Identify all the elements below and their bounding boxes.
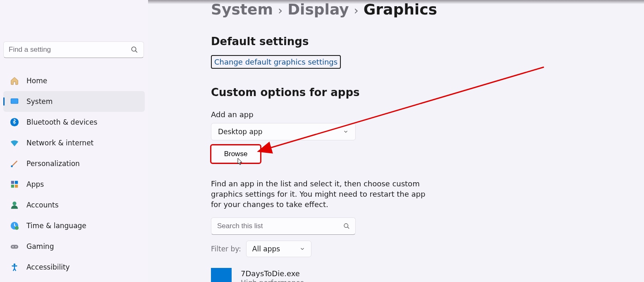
section-default-settings: Default settings xyxy=(211,35,644,48)
change-default-graphics-link[interactable]: Change default graphics settings xyxy=(211,55,341,69)
app-tile-icon xyxy=(211,268,232,282)
search-icon xyxy=(343,223,350,229)
chevron-right-icon: › xyxy=(278,4,282,17)
svg-point-5 xyxy=(11,165,13,167)
chevron-right-icon: › xyxy=(354,4,359,17)
browse-button[interactable]: Browse xyxy=(211,145,261,163)
apps-icon xyxy=(10,180,19,189)
breadcrumb: System › Display › Graphics xyxy=(211,0,644,18)
bluetooth-icon xyxy=(10,118,19,127)
section-custom-options: Custom options for apps xyxy=(211,86,644,99)
filter-select[interactable]: All apps xyxy=(246,241,311,257)
wifi-icon xyxy=(10,138,19,147)
sidebar-item-label: Bluetooth & devices xyxy=(26,118,97,126)
svg-rect-13 xyxy=(11,245,18,248)
sidebar-item-label: Home xyxy=(26,77,47,85)
custom-options-help-text: Find an app in the list and select it, t… xyxy=(211,178,430,210)
svg-point-10 xyxy=(12,202,16,205)
svg-rect-8 xyxy=(11,185,14,188)
sidebar-item-personalization[interactable]: Personalization xyxy=(3,153,145,174)
settings-search-input[interactable] xyxy=(3,41,144,58)
home-icon xyxy=(10,76,19,85)
svg-rect-3 xyxy=(11,99,18,104)
clock-globe-icon xyxy=(10,221,19,230)
sidebar-item-label: Accounts xyxy=(26,201,59,209)
app-name: 7DaysToDie.exe xyxy=(241,269,304,278)
svg-point-14 xyxy=(12,246,14,248)
sidebar-item-home[interactable]: Home xyxy=(3,70,145,91)
app-list-search-input[interactable] xyxy=(211,217,356,235)
sidebar-item-label: System xyxy=(26,97,53,106)
svg-point-12 xyxy=(15,226,19,230)
svg-line-18 xyxy=(347,227,349,229)
app-list-item[interactable]: 7DaysToDie.exe High performance xyxy=(211,268,644,282)
svg-point-17 xyxy=(344,224,348,227)
svg-point-16 xyxy=(14,263,16,265)
chevron-down-icon xyxy=(343,129,349,135)
filter-selected-value: All apps xyxy=(252,245,280,253)
chevron-down-icon xyxy=(299,246,305,252)
sidebar-item-accessibility[interactable]: Accessibility xyxy=(3,257,145,277)
sidebar-item-system[interactable]: System xyxy=(3,91,145,112)
sidebar-item-label: Apps xyxy=(26,180,44,188)
sidebar-item-label: Gaming xyxy=(26,242,54,251)
system-icon xyxy=(10,97,19,106)
svg-rect-9 xyxy=(15,185,18,188)
breadcrumb-display[interactable]: Display xyxy=(287,1,349,18)
sidebar-item-label: Network & internet xyxy=(26,139,93,147)
sidebar-item-network[interactable]: Network & internet xyxy=(3,133,145,153)
sidebar-item-label: Time & language xyxy=(26,222,86,230)
breadcrumb-system[interactable]: System xyxy=(211,1,273,18)
gamepad-icon xyxy=(10,242,19,251)
sidebar-item-time-language[interactable]: Time & language xyxy=(3,215,145,236)
filter-by-label: Filter by: xyxy=(211,245,241,253)
svg-rect-7 xyxy=(15,181,18,184)
sidebar-item-apps[interactable]: Apps xyxy=(3,174,145,195)
sidebar-item-bluetooth[interactable]: Bluetooth & devices xyxy=(3,112,145,133)
svg-point-15 xyxy=(15,246,17,248)
sidebar-item-label: Personalization xyxy=(26,159,80,168)
svg-rect-6 xyxy=(11,181,14,184)
app-type-select[interactable]: Desktop app xyxy=(211,123,356,140)
app-preference: High performance xyxy=(241,279,304,282)
paintbrush-icon xyxy=(10,159,19,168)
sidebar-item-gaming[interactable]: Gaming xyxy=(3,236,145,257)
add-app-label: Add an app xyxy=(211,110,644,119)
accessibility-icon xyxy=(10,263,19,272)
breadcrumb-current: Graphics xyxy=(364,1,437,18)
accounts-icon xyxy=(10,200,19,210)
sidebar-item-label: Accessibility xyxy=(26,263,70,271)
app-type-selected-value: Desktop app xyxy=(218,128,263,136)
sidebar-item-accounts[interactable]: Accounts xyxy=(3,195,145,215)
